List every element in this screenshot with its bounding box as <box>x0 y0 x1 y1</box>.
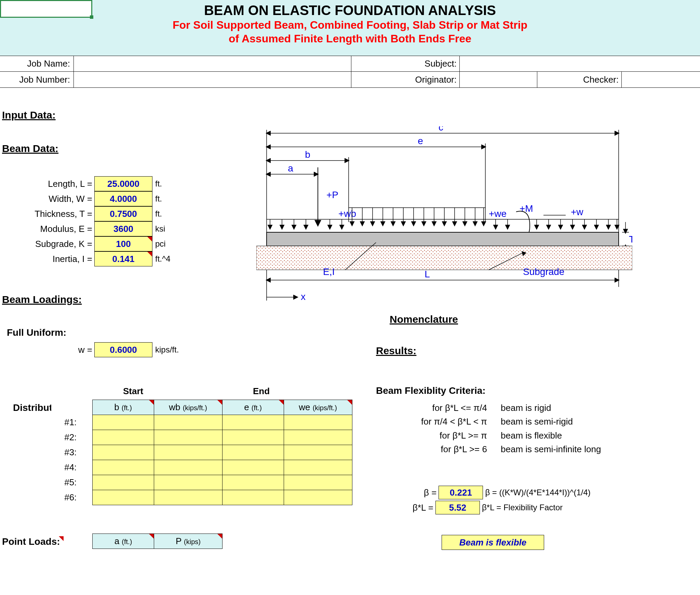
dist-r3-b[interactable] <box>92 445 154 460</box>
dist-row-5-label: #5: <box>51 475 92 490</box>
subgrade-input[interactable]: 100 <box>94 236 152 251</box>
thickness-input[interactable]: 0.7500 <box>94 206 152 221</box>
dist-row-6-label: #6: <box>51 490 92 505</box>
betaL-row: β*L = 5.52 β*L = Flexibility Factor <box>413 501 563 514</box>
svg-text:E,I: E,I <box>323 266 335 277</box>
length-label: Length, L = <box>0 179 94 189</box>
dist-r1-e[interactable] <box>222 415 284 430</box>
active-cell[interactable] <box>0 0 92 18</box>
dist-row-4-label: #4: <box>51 460 92 475</box>
betaL-formula: β*L = Flexibility Factor <box>482 503 563 512</box>
dist-r4-b[interactable] <box>92 460 154 475</box>
svg-text:+M: +M <box>520 203 533 214</box>
svg-text:x: x <box>301 291 306 302</box>
flex-criteria-list: for β*L <= π/4beam is rigid for π/4 < β*… <box>383 401 601 456</box>
distributed-table: b (ft.) wb (kips/ft.) e (ft.) we (kips/f… <box>51 400 352 505</box>
subtitle-2: of Assumed Finite Length with Both Ends … <box>0 32 700 45</box>
flex-criteria-heading: Beam Flexiblity Criteria: <box>376 385 486 396</box>
dist-b-header: b (ft.) <box>92 400 154 415</box>
dist-r2-b[interactable] <box>92 430 154 445</box>
svg-text:c: c <box>439 126 443 133</box>
job-number-value[interactable] <box>74 72 351 87</box>
dist-r4-wb[interactable] <box>154 460 222 475</box>
dist-r5-wb[interactable] <box>154 475 222 490</box>
svg-text:+P: +P <box>326 190 338 200</box>
inertia-input[interactable]: 0.141 <box>94 251 152 266</box>
dist-r4-we[interactable] <box>284 460 352 475</box>
dist-r2-e[interactable] <box>222 430 284 445</box>
svg-text:+w: +w <box>571 207 583 217</box>
dist-row-3-label: #3: <box>51 445 92 460</box>
svg-text:T: T <box>629 234 632 245</box>
beta-label: β = <box>424 487 436 498</box>
nomenclature-heading: Nomenclature <box>390 314 458 325</box>
dist-r1-we[interactable] <box>284 415 352 430</box>
job-metadata: Job Name: Subject: Job Number: Originato… <box>0 56 700 88</box>
beam-diagram: c e b a +P +wb +we <box>256 126 632 321</box>
dist-r2-wb[interactable] <box>154 430 222 445</box>
job-number-label: Job Number: <box>0 72 74 87</box>
subgrade-unit: pci <box>152 239 166 249</box>
flex-conclusion-wrap: Beam is flexible <box>442 535 544 550</box>
inertia-unit: ft.^4 <box>152 254 171 264</box>
point-loads-heading: Point Loads: <box>2 536 64 547</box>
thickness-label: Thickness, T = <box>0 209 94 219</box>
svg-rect-55 <box>267 232 619 246</box>
beta-row: β = 0.221 β = ((K*W)/(4*E*144*I))^(1/4) <box>424 486 591 499</box>
fill-handle-icon[interactable] <box>90 15 93 19</box>
width-unit: ft. <box>152 194 162 204</box>
dist-row-2-label: #2: <box>51 430 92 445</box>
subtitle-1: For Soil Supported Beam, Combined Footin… <box>0 18 700 32</box>
w-unit: kips/ft. <box>152 345 179 355</box>
svg-rect-61 <box>256 246 632 270</box>
betaL-value: 5.52 <box>435 501 480 514</box>
dist-r5-e[interactable] <box>222 475 284 490</box>
pl-p-header: P (kips) <box>154 534 223 549</box>
w-label: w = <box>0 345 94 355</box>
length-unit: ft. <box>152 179 162 189</box>
modulus-input[interactable]: 3600 <box>94 221 152 236</box>
full-uniform-heading: Full Uniform: <box>7 327 700 338</box>
input-data-heading: Input Data: <box>2 109 56 121</box>
checker-label: Checker: <box>537 72 622 87</box>
dist-r3-we[interactable] <box>284 445 352 460</box>
subject-value[interactable] <box>460 56 700 71</box>
dist-end-label: End <box>253 386 270 397</box>
originator-value[interactable] <box>460 72 537 87</box>
job-name-value[interactable] <box>74 56 351 71</box>
thickness-unit: ft. <box>152 209 162 219</box>
width-input[interactable]: 4.0000 <box>94 191 152 206</box>
checker-value[interactable] <box>622 72 700 87</box>
inertia-label: Inertia, I = <box>0 254 94 264</box>
dist-r3-e[interactable] <box>222 445 284 460</box>
main-title: BEAM ON ELASTIC FOUNDATION ANALYSIS <box>0 0 700 18</box>
dist-r5-we[interactable] <box>284 475 352 490</box>
dist-r6-wb[interactable] <box>154 490 222 505</box>
title-banner: BEAM ON ELASTIC FOUNDATION ANALYSIS For … <box>0 0 700 56</box>
svg-text:+we: +we <box>489 208 507 219</box>
dist-r6-we[interactable] <box>284 490 352 505</box>
svg-text:e: e <box>418 136 423 146</box>
point-loads-table: a (ft.) P (kips) <box>92 534 223 549</box>
pl-a-header: a (ft.) <box>93 534 154 549</box>
dist-start-label: Start <box>123 386 143 397</box>
dist-r1-wb[interactable] <box>154 415 222 430</box>
results-heading: Results: <box>376 345 416 357</box>
dist-r1-b[interactable] <box>92 415 154 430</box>
subject-label: Subject: <box>351 56 460 71</box>
dist-r2-we[interactable] <box>284 430 352 445</box>
dist-r3-wb[interactable] <box>154 445 222 460</box>
dist-r5-b[interactable] <box>92 475 154 490</box>
dist-r6-b[interactable] <box>92 490 154 505</box>
width-label: Width, W = <box>0 194 94 204</box>
dist-we-header: we (kips/ft.) <box>284 400 352 415</box>
beta-formula: β = ((K*W)/(4*E*144*I))^(1/4) <box>485 488 590 497</box>
dist-r4-e[interactable] <box>222 460 284 475</box>
svg-text:L: L <box>425 269 430 279</box>
length-input[interactable]: 25.0000 <box>94 176 152 191</box>
w-input[interactable]: 0.6000 <box>94 342 152 357</box>
dist-r6-e[interactable] <box>222 490 284 505</box>
svg-text:b: b <box>305 149 310 160</box>
job-name-label: Job Name: <box>0 56 74 71</box>
subgrade-label: Subgrade, K = <box>0 239 94 249</box>
